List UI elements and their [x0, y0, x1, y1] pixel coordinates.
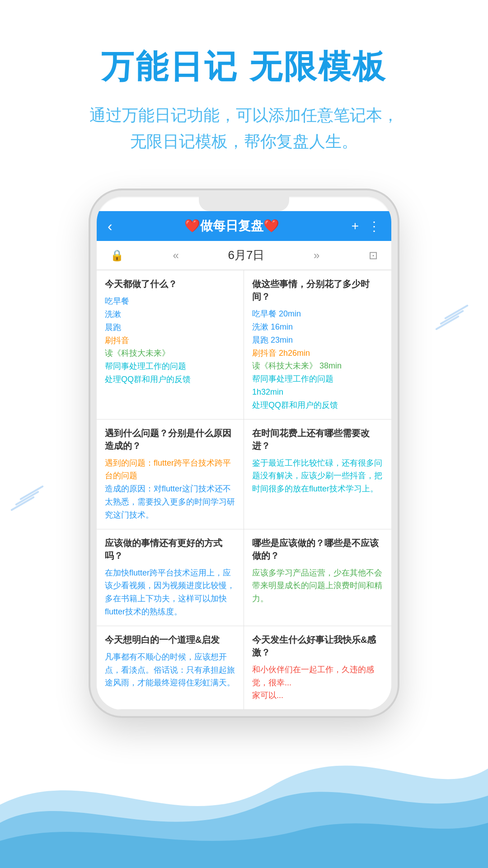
header-icons: + ⋮ [352, 219, 380, 234]
grid-cell-8: 今天发生什么好事让我快乐&感激？ 和小伙伴们在一起工作，久违的感觉，很幸... … [244, 626, 391, 710]
hero-title: 万能日记 无限模板 [27, 45, 461, 89]
grid-cell-7: 今天想明白的一个道理&启发 凡事都有不顺心的时候，应该想开点，看淡点。俗话说：只… [97, 626, 244, 710]
back-button[interactable]: ‹ [108, 218, 113, 235]
prev-date-button[interactable]: « [173, 249, 179, 262]
cell-2-line-2: 洗漱 16min [252, 321, 383, 334]
more-button[interactable]: ⋮ [368, 219, 380, 234]
bottom-wave-container [0, 714, 488, 868]
cell-2-line-6: 帮同事处理工作的问题 [252, 373, 383, 386]
bottom-wave-svg [0, 714, 488, 868]
journal-grid: 今天都做了什么？ 吃早餐 洗漱 晨跑 刷抖音 读《科技大未来》 帮同事处理工作的… [97, 270, 391, 710]
expand-icon[interactable]: ⊡ [369, 249, 378, 262]
cell-1-line-4: 刷抖音 [105, 334, 235, 347]
grid-cell-1: 今天都做了什么？ 吃早餐 洗漱 晨跑 刷抖音 读《科技大未来》 帮同事处理工作的… [97, 270, 244, 419]
cell-1-line-3: 晨跑 [105, 321, 235, 334]
cell-5-content: 在加快flutter跨平台技术运用上，应该少看视频，因为视频进度比较慢，多在书籍… [105, 566, 235, 618]
app-header: ‹ ❤️做每日复盘❤️ + ⋮ [97, 211, 391, 241]
cell-4-line-1: 鉴于最近工作比较忙碌，还有很多问题没有解决，应该少刷一些抖音，把时间很多的放在f… [252, 457, 383, 495]
app-title: ❤️做每日复盘❤️ [113, 217, 352, 235]
cell-1-line-1: 吃早餐 [105, 295, 235, 308]
cell-1-line-6: 帮同事处理工作的问题 [105, 360, 235, 373]
current-date: 6月7日 [228, 247, 265, 263]
cell-2-line-1: 吃早餐 20min [252, 307, 383, 321]
cell-1-line-2: 洗漱 [105, 308, 235, 321]
cell-7-content: 凡事都有不顺心的时候，应该想开点，看淡点。俗话说：只有承担起旅途风雨，才能最终迎… [105, 651, 235, 689]
cell-1-line-7: 处理QQ群和用户的反馈 [105, 373, 235, 386]
cell-7-header: 今天想明白的一个道理&启发 [105, 633, 235, 646]
grid-cell-6: 哪些是应该做的？哪些是不应该做的？ 应该多学习产品运营，少在其他不会带来明显成长… [244, 529, 391, 626]
cell-6-line-1: 应该多学习产品运营，少在其他不会带来明显成长的问题上浪费时间和精力。 [252, 566, 383, 605]
date-nav: 🔒 « 6月7日 » ⊡ [97, 241, 391, 270]
cell-2-content: 吃早餐 20min 洗漱 16min 晨跑 23min 刷抖音 2h26min … [252, 307, 383, 411]
deco-line-2 [440, 310, 464, 325]
phone-mockup: ‹ ❤️做每日复盘❤️ + ⋮ 🔒 « 6月7日 » ⊡ 今天都做了什么？ [90, 190, 398, 716]
cell-3-line-1: 遇到的问题：flutter跨平台技术跨平台的问题 [105, 457, 235, 483]
cell-3-line-2: 造成的原因：对flutter这门技术还不太熟悉，需要投入更多的时间学习研究这门技… [105, 482, 235, 521]
cell-2-line-7: 1h32min [252, 386, 383, 399]
deco-lines-left [14, 488, 45, 508]
deco-line-5 [15, 491, 39, 505]
cell-2-line-8: 处理QQ群和用户的反馈 [252, 399, 383, 412]
cell-1-content: 吃早餐 洗漱 晨跑 刷抖音 读《科技大未来》 帮同事处理工作的问题 处理QQ群和… [105, 295, 235, 386]
cell-4-header: 在时间花费上还有哪些需要改进？ [252, 427, 383, 452]
cell-6-header: 哪些是应该做的？哪些是不应该做的？ [252, 537, 383, 562]
cell-2-line-4: 刷抖音 2h26min [252, 347, 383, 360]
grid-cell-2: 做这些事情，分别花了多少时间？ 吃早餐 20min 洗漱 16min 晨跑 23… [244, 270, 391, 419]
grid-cell-3: 遇到什么问题？分别是什么原因造成的？ 遇到的问题：flutter跨平台技术跨平台… [97, 420, 244, 529]
cell-4-content: 鉴于最近工作比较忙碌，还有很多问题没有解决，应该少刷一些抖音，把时间很多的放在f… [252, 457, 383, 495]
page-wrapper: 万能日记 无限模板 通过万能日记功能，可以添加任意笔记本， 无限日记模板，帮你复… [0, 0, 488, 868]
cell-8-header: 今天发生什么好事让我快乐&感激？ [252, 633, 383, 659]
cell-2-line-5: 读《科技大未来》 38min [252, 359, 383, 373]
lock-icon[interactable]: 🔒 [110, 249, 124, 262]
cell-8-content: 和小伙伴们在一起工作，久违的感觉，很幸... 家可以... [252, 663, 383, 702]
cell-2-line-3: 晨跑 23min [252, 334, 383, 347]
cell-5-header: 应该做的事情还有更好的方式吗？ [105, 537, 235, 562]
cell-8-line-2: 家可以... [252, 689, 383, 702]
grid-cell-4: 在时间花费上还有哪些需要改进？ 鉴于最近工作比较忙碌，还有很多问题没有解决，应该… [244, 420, 391, 529]
cell-3-header: 遇到什么问题？分别是什么原因造成的？ [105, 427, 235, 452]
next-date-button[interactable]: » [314, 249, 319, 262]
cell-5-line-1: 在加快flutter跨平台技术运用上，应该少看视频，因为视频进度比较慢，多在书籍… [105, 566, 235, 618]
cell-2-header: 做这些事情，分别花了多少时间？ [252, 278, 383, 303]
hero-subtitle: 通过万能日记功能，可以添加任意笔记本， 无限日记模板，帮你复盘人生。 [27, 102, 461, 154]
phone-frame: ‹ ❤️做每日复盘❤️ + ⋮ 🔒 « 6月7日 » ⊡ 今天都做了什么？ [90, 190, 398, 716]
cell-1-line-5: 读《科技大未来》 [105, 347, 235, 360]
hero-section: 万能日记 无限模板 通过万能日记功能，可以添加任意笔记本， 无限日记模板，帮你复… [0, 0, 488, 177]
subtitle-line2: 无限日记模板，帮你复盘人生。 [27, 128, 461, 155]
subtitle-line1: 通过万能日记功能，可以添加任意笔记本， [27, 102, 461, 128]
deco-lines-right [438, 307, 470, 327]
cell-8-line-1: 和小伙伴们在一起工作，久违的感觉，很幸... [252, 663, 383, 689]
phone-notch [199, 197, 289, 211]
cell-3-content: 遇到的问题：flutter跨平台技术跨平台的问题 造成的原因：对flutter这… [105, 457, 235, 522]
cell-7-line-1: 凡事都有不顺心的时候，应该想开点，看淡点。俗话说：只有承担起旅途风雨，才能最终迎… [105, 651, 235, 689]
cell-1-header: 今天都做了什么？ [105, 278, 235, 290]
grid-cell-5: 应该做的事情还有更好的方式吗？ 在加快flutter跨平台技术运用上，应该少看视… [97, 529, 244, 626]
cell-6-content: 应该多学习产品运营，少在其他不会带来明显成长的问题上浪费时间和精力。 [252, 566, 383, 605]
add-button[interactable]: + [352, 219, 359, 233]
